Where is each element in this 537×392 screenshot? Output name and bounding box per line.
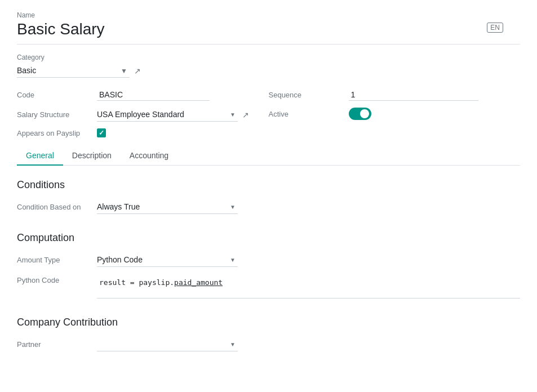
language-badge: EN [487,23,503,33]
tab-description[interactable]: Description [63,146,121,166]
amount-type-select[interactable]: Python Code Fixed Code Percentage (%) [97,253,238,266]
category-select-wrapper: Basic ▼ [17,64,130,78]
category-external-link-icon[interactable]: ↗ [134,66,141,75]
python-code-label: Python Code [17,276,90,299]
partner-label: Partner [17,340,90,349]
appears-on-payslip-checkbox[interactable] [97,128,106,137]
condition-based-on-label: Condition Based on [17,203,90,211]
salary-structure-label: Salary Structure [17,110,90,119]
appears-on-payslip-label: Appears on Payslip [17,129,90,137]
code-input[interactable] [97,89,210,101]
salary-structure-external-link-icon[interactable]: ↗ [242,110,249,119]
conditions-title: Conditions [17,179,520,191]
page-title: Basic Salary [17,20,520,44]
sequence-label: Sequence [269,91,342,99]
name-label: Name [17,11,520,19]
company-contribution-section: Company Contribution Partner ▼ [17,317,520,351]
salary-structure-dropdown-wrapper: USA Employee Standard ▼ [97,108,238,122]
amount-type-label: Amount Type [17,256,90,264]
computation-title: Computation [17,232,520,244]
category-select[interactable]: Basic [17,64,130,78]
python-code-underline: paid_amount [174,278,223,287]
active-toggle[interactable] [349,108,371,120]
active-label: Active [269,110,342,118]
company-contribution-title: Company Contribution [17,317,520,328]
category-label: Category [17,54,520,61]
partner-select[interactable] [97,337,238,351]
code-label: Code [17,91,90,99]
salary-structure-select[interactable]: USA Employee Standard [97,108,238,121]
tab-general[interactable]: General [17,146,63,166]
amount-type-dropdown-wrapper: Python Code Fixed Code Percentage (%) ▼ [97,253,238,267]
sequence-input[interactable] [349,89,478,101]
tab-bar: General Description Accounting [17,146,520,166]
conditions-section: Conditions Condition Based on Always Tru… [17,179,520,214]
python-code-display: result = payslip.paid_amount [97,276,520,299]
partner-dropdown-wrapper: ▼ [97,337,238,351]
computation-section: Computation Amount Type Python Code Fixe… [17,232,520,299]
condition-dropdown-wrapper: Always True Range Python Expression ▼ [97,200,238,214]
condition-based-on-select[interactable]: Always True Range Python Expression [97,200,238,213]
tab-accounting[interactable]: Accounting [121,146,177,166]
